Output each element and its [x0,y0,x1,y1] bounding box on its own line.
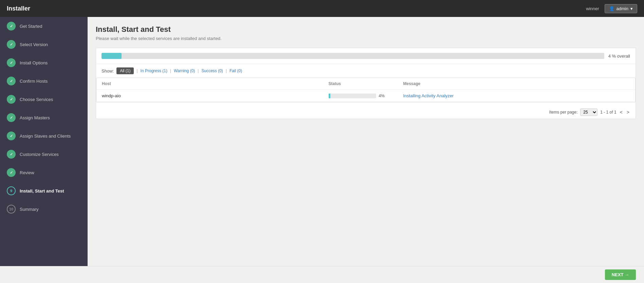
chevron-down-icon: ▾ [630,6,633,11]
sidebar: ✓ Get Started ✓ Select Version ✓ Install… [0,17,88,283]
pagination-bar: Items per page: 25 50 100 1 - 1 of 1 < > [96,106,636,119]
sidebar-label-assign-masters: Assign Masters [20,115,50,120]
winner-label: winner [586,6,599,11]
step-circle-customize-services: ✓ [7,150,16,159]
col-message-header: Message [403,81,630,86]
step-circle-select-version: ✓ [7,40,16,49]
sidebar-item-confirm-hosts[interactable]: ✓ Confirm Hosts [0,72,88,90]
app-title: Installer [7,5,30,12]
sidebar-item-assign-masters[interactable]: ✓ Assign Masters [0,108,88,127]
items-per-page-label: Items per page: [549,110,577,115]
items-per-page-select[interactable]: 25 50 100 [580,108,597,116]
step-circle-assign-masters: ✓ [7,113,16,122]
sidebar-label-confirm-hosts: Confirm Hosts [20,79,48,84]
page-title: Install, Start and Test [96,25,636,34]
overall-progress-bar [102,53,604,59]
sidebar-label-summary: Summary [20,207,39,212]
pagination-range: 1 - 1 of 1 [600,110,616,115]
host-message-link[interactable]: Installing Activity Analyzer [403,93,630,98]
next-button[interactable]: NEXT → [605,269,636,280]
sidebar-item-install-start-test[interactable]: 9 Install, Start and Test [0,182,88,200]
step-circle-choose-services: ✓ [7,95,16,104]
host-progress-fill [329,94,331,98]
bottom-bar: NEXT → [0,266,644,283]
step-circle-install-options: ✓ [7,58,16,67]
layout: ✓ Get Started ✓ Select Version ✓ Install… [0,17,644,283]
separator-4: | [226,68,227,73]
step-circle-install-start-test: 9 [7,186,16,195]
sidebar-item-install-options[interactable]: ✓ Install Options [0,54,88,72]
sidebar-label-select-version: Select Version [20,42,48,47]
table-row: windp-aio 4% Installing Activity Analyze… [96,90,635,102]
step-circle-get-started: ✓ [7,22,16,31]
sidebar-label-install-options: Install Options [20,60,48,65]
separator-3: | [198,68,199,73]
col-host-header: Host [102,81,329,86]
filter-all-button[interactable]: All (1) [116,67,134,74]
col-status-header: Status [329,81,403,86]
host-progress-pct: 4% [379,94,385,98]
host-name: windp-aio [102,93,329,98]
sidebar-item-customize-services[interactable]: ✓ Customize Services [0,145,88,163]
main-content: Install, Start and Test Please wait whil… [88,17,644,283]
step-circle-confirm-hosts: ✓ [7,77,16,85]
hosts-table: Host Status Message windp-aio 4% Install… [96,78,636,102]
overall-progress: 4 % overall [96,48,636,64]
host-progress-wrap: 4% [329,94,403,98]
filter-in-progress-link[interactable]: In Progress (1) [141,68,167,73]
separator-2: | [170,68,171,73]
sidebar-item-review[interactable]: ✓ Review [0,163,88,182]
filter-warning-link[interactable]: Warning (0) [174,68,195,73]
host-progress-bar [329,94,376,98]
admin-button[interactable]: 👤 admin ▾ [605,4,637,13]
topbar: Installer winner 👤 admin ▾ [0,0,644,17]
sidebar-label-assign-slaves: Assign Slaves and Clients [20,134,71,139]
step-circle-summary: 10 [7,205,16,214]
step-circle-assign-slaves: ✓ [7,132,16,140]
filter-fail-link[interactable]: Fail (0) [229,68,242,73]
pagination-next-icon[interactable]: > [626,109,630,115]
user-icon: 👤 [609,6,614,11]
sidebar-label-install-start-test: Install, Start and Test [20,188,64,194]
separator-1: | [136,68,137,73]
sidebar-item-select-version[interactable]: ✓ Select Version [0,35,88,54]
table-header: Host Status Message [96,78,635,90]
progress-card: 4 % overall Show: All (1) | In Progress … [96,48,636,119]
sidebar-label-choose-services: Choose Services [20,97,53,102]
filter-success-link[interactable]: Success (0) [201,68,223,73]
sidebar-item-summary[interactable]: 10 Summary [0,200,88,218]
overall-progress-label: 4 % overall [608,54,630,59]
overall-progress-fill [102,53,122,59]
sidebar-label-review: Review [20,170,34,175]
sidebar-label-get-started: Get Started [20,24,42,29]
filter-show-label: Show: [102,68,114,74]
page-subtitle: Please wait while the selected services … [96,36,636,41]
filter-bar: Show: All (1) | In Progress (1) | Warnin… [96,64,636,78]
sidebar-label-customize-services: Customize Services [20,152,59,157]
sidebar-item-get-started[interactable]: ✓ Get Started [0,17,88,35]
admin-label: admin [617,6,628,11]
topbar-right: winner 👤 admin ▾ [586,4,637,13]
sidebar-item-choose-services[interactable]: ✓ Choose Services [0,90,88,108]
sidebar-item-assign-slaves[interactable]: ✓ Assign Slaves and Clients [0,127,88,145]
step-circle-review: ✓ [7,168,16,177]
pagination-prev-icon[interactable]: < [619,109,623,115]
